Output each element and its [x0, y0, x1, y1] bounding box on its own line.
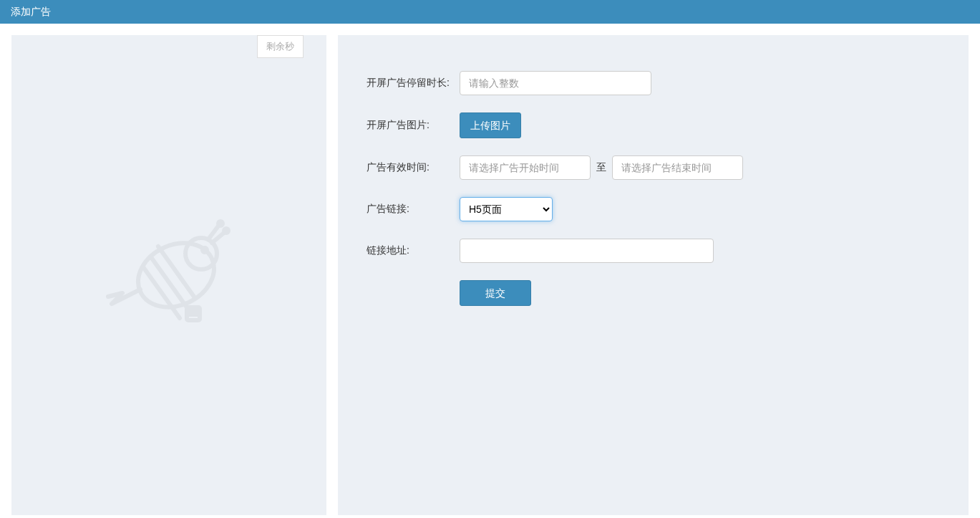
- countdown-badge: 剩余秒: [257, 35, 304, 58]
- duration-label: 开屏广告停留时长:: [367, 77, 460, 90]
- link-type-select[interactable]: H5页面: [460, 197, 553, 221]
- preview-inner: 剩余秒: [35, 35, 304, 515]
- end-time-input[interactable]: [612, 155, 743, 180]
- link-type-label: 广告链接:: [367, 203, 460, 216]
- form-row-link-url: 链接地址:: [367, 239, 940, 263]
- date-separator: 至: [596, 161, 606, 174]
- form-row-link-type: 广告链接: H5页面: [367, 197, 940, 221]
- image-label: 开屏广告图片:: [367, 119, 460, 132]
- preview-panel: 剩余秒: [11, 35, 326, 515]
- svg-point-9: [224, 229, 228, 233]
- form-panel: 开屏广告停留时长: 开屏广告图片: 上传图片 广告有效时间: 至 广告链接:: [338, 35, 969, 515]
- form-row-submit: 提交: [367, 280, 940, 306]
- submit-button[interactable]: 提交: [460, 280, 531, 306]
- duration-input[interactable]: [460, 71, 651, 95]
- form-row-valid-time: 广告有效时间: 至: [367, 155, 940, 180]
- page-header: 添加广告: [0, 0, 980, 24]
- form-row-duration: 开屏广告停留时长:: [367, 71, 940, 95]
- start-time-input[interactable]: [460, 155, 591, 180]
- content-wrapper: 剩余秒: [0, 24, 980, 518]
- svg-point-8: [218, 221, 223, 226]
- svg-point-5: [203, 248, 207, 252]
- page-title: 添加广告: [11, 6, 51, 19]
- form-row-image: 开屏广告图片: 上传图片: [367, 112, 940, 138]
- valid-time-label: 广告有效时间:: [367, 161, 460, 174]
- link-url-input[interactable]: [460, 239, 714, 263]
- upload-image-button[interactable]: 上传图片: [460, 112, 521, 138]
- link-url-label: 链接地址:: [367, 244, 460, 257]
- bee-placeholder-icon: [97, 203, 241, 347]
